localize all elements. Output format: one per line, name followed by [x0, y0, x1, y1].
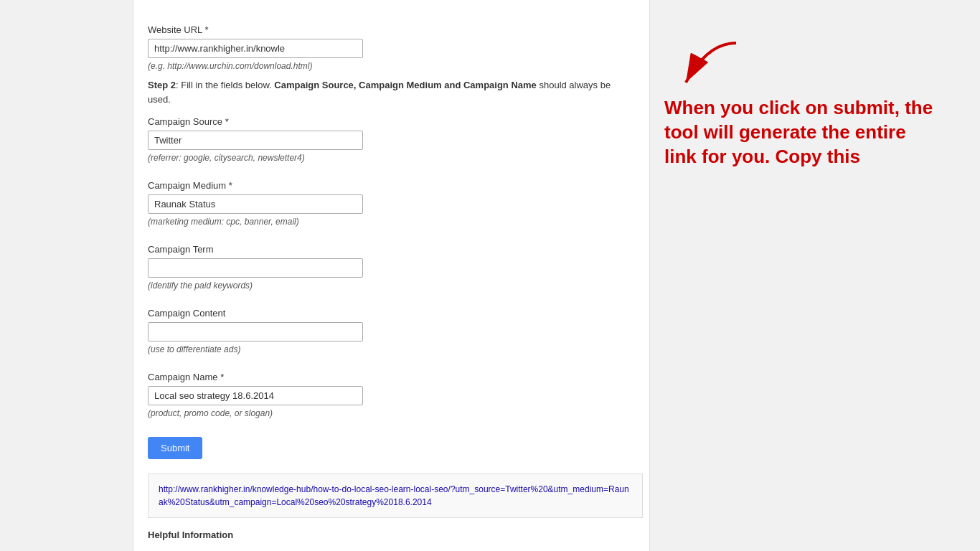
helpful-info-label: Helpful Information	[148, 529, 635, 540]
campaign-name-hint: (product, promo code, or slogan)	[148, 408, 635, 418]
campaign-name-input[interactable]	[148, 386, 363, 405]
campaign-medium-hint: (marketing medium: cpc, banner, email)	[148, 217, 635, 227]
step2-bold: Step 2	[148, 80, 176, 90]
campaign-term-label: Campaign Term	[148, 244, 635, 255]
website-url-hint: (e.g. http://www.urchin.com/download.htm…	[148, 61, 635, 71]
result-url-box: http://www.rankhigher.in/knowledge-hub/h…	[148, 474, 643, 518]
submit-button[interactable]: Submit	[148, 437, 202, 459]
campaign-content-label: Campaign Content	[148, 308, 635, 319]
campaign-content-hint: (use to differentiate ads)	[148, 344, 635, 354]
campaign-source-label: Campaign Source *	[148, 116, 635, 127]
campaign-medium-label: Campaign Medium *	[148, 180, 635, 191]
website-url-input[interactable]	[148, 39, 363, 58]
campaign-source-input[interactable]	[148, 131, 363, 150]
step2-important: Campaign Source, Campaign Medium and Cam…	[274, 80, 537, 90]
step2-prefix: : Fill in the fields below.	[176, 80, 274, 90]
campaign-source-hint: (referrer: google, citysearch, newslette…	[148, 153, 635, 163]
step2-text: Step 2: Fill in the fields below. Campai…	[148, 78, 635, 106]
campaign-term-input[interactable]	[148, 258, 363, 278]
campaign-medium-input[interactable]	[148, 194, 363, 214]
annotation-area: When you click on submit, the tool will …	[664, 14, 937, 176]
campaign-content-input[interactable]	[148, 322, 363, 342]
campaign-name-label: Campaign Name *	[148, 372, 635, 382]
arrow-icon	[664, 36, 750, 93]
website-url-label: Website URL *	[148, 24, 635, 35]
annotation-text: When you click on submit, the tool will …	[664, 96, 937, 169]
campaign-term-hint: (identify the paid keywords)	[148, 281, 635, 291]
